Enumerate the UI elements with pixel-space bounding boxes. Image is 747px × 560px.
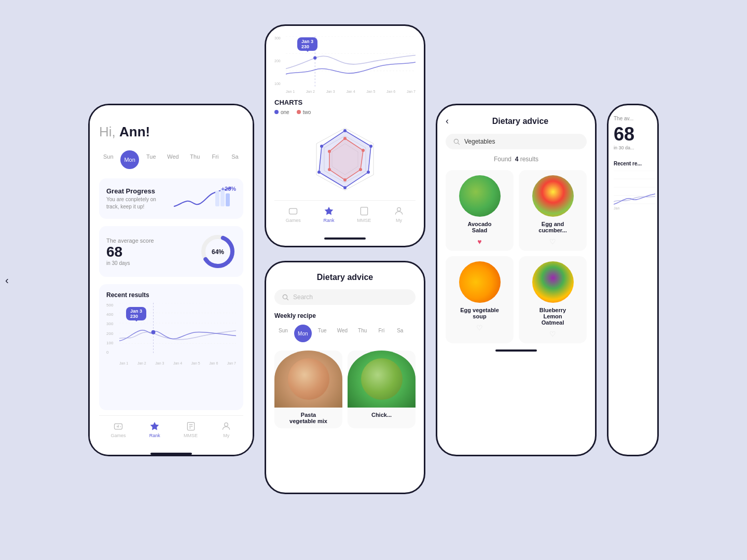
p2-tooltip: Jan 3230 (297, 37, 317, 51)
p2b-day-sun[interactable]: Sun (274, 325, 292, 342)
p2-chart-x: Jan 1Jan 2Jan 3Jan 4Jan 5Jan 6Jan 7 (286, 90, 416, 93)
svg-point-29 (343, 129, 347, 132)
svg-rect-42 (289, 208, 297, 214)
svg-line-48 (458, 143, 460, 145)
svg-point-36 (343, 137, 347, 140)
result-soup[interactable]: Egg vegetablesoup ♡ (446, 256, 514, 343)
day-tue[interactable]: Tue (142, 150, 160, 169)
back-button[interactable]: ‹ (446, 116, 449, 127)
day-thu[interactable]: Thu (186, 150, 204, 169)
p2-chart-y: 300 200 100 (274, 36, 286, 86)
p3-search-icon (453, 138, 460, 145)
home-indicator (150, 453, 192, 455)
avocado-img (459, 175, 501, 217)
svg-point-37 (362, 149, 365, 152)
my-icon (221, 421, 231, 431)
chart-tooltip: Jan 3 230 (126, 307, 146, 320)
svg-text:Jan: Jan (614, 206, 619, 210)
legend-dot-one (274, 110, 279, 114)
day-sun[interactable]: Sun (99, 150, 117, 169)
nav-my[interactable]: My (221, 421, 231, 438)
nav-rank-label: Rank (149, 433, 160, 438)
p2b-search-placeholder: Search (293, 293, 313, 301)
food-card-pasta[interactable]: Pastavegetable mix (274, 351, 342, 428)
p2b-days-row: Sun Mon Tue Wed Thu Fri Sa (274, 325, 416, 342)
weekly-label: Weekly recipe (274, 312, 416, 319)
svg-text:64%: 64% (212, 248, 224, 256)
p2b-day-wed[interactable]: Wed (333, 325, 352, 342)
games-icon (113, 421, 123, 431)
p2b-day-fri[interactable]: Fri (373, 325, 390, 342)
bottom-nav: Games Rank MMSE (99, 415, 243, 449)
recent-title: Recent results (106, 291, 236, 299)
soup-name: Egg vegetablesoup (460, 307, 499, 319)
avg-score: 68 (106, 244, 154, 260)
p3-title: Dietary advice (454, 117, 587, 126)
svg-point-31 (367, 171, 370, 174)
chicken-name: Chick... (348, 408, 416, 422)
legend-two: two (303, 109, 311, 115)
nav-mmse[interactable]: MMSE (184, 421, 198, 438)
p3-header: ‹ Dietary advice (446, 116, 587, 127)
result-egg-cucumber[interactable]: Egg andcucmber... ♡ (519, 170, 587, 251)
nav-games[interactable]: Games (111, 421, 126, 438)
p3-search[interactable]: Vegetables (446, 134, 587, 149)
svg-point-47 (454, 139, 458, 143)
svg-point-40 (328, 168, 331, 171)
result-avocado[interactable]: AvocadoSalad ♥ (446, 170, 514, 251)
phone-dietary-bottom: Dietary advice Search Weekly recipe Sun … (265, 261, 425, 494)
soup-img (459, 261, 501, 303)
phone-partial-right: The av... 68 in 30 da... Recent re... Ja… (607, 104, 659, 456)
food-results-grid: AvocadoSalad ♥ Egg andcucmber... ♡ Egg v… (446, 170, 587, 343)
food-card-chicken[interactable]: Chick... (348, 351, 416, 428)
p2b-day-thu[interactable]: Thu (354, 325, 371, 342)
svg-rect-0 (215, 191, 219, 206)
p2b-day-mon[interactable]: Mon (294, 325, 312, 342)
svg-point-32 (343, 186, 347, 189)
chart-legend: one two (274, 109, 416, 115)
p2b-search[interactable]: Search (274, 289, 416, 305)
avocado-name: AvocadoSalad (467, 221, 491, 233)
egg-cucumber-name: Egg andcucmber... (538, 221, 566, 233)
p2-my-icon (394, 206, 404, 216)
p2-nav-games[interactable]: Games (286, 206, 301, 223)
chicken-img (348, 351, 416, 408)
phone-dietary-results: ‹ Dietary advice Vegetables Found 4 resu… (436, 104, 597, 456)
p2b-day-sa[interactable]: Sa (392, 325, 408, 342)
day-mon[interactable]: Mon (120, 150, 139, 169)
recent-chart: 500 400 300 200 100 0 (106, 303, 236, 365)
result-blueberry[interactable]: BlueberryLemonOatmeal ♡ (519, 256, 587, 343)
chart-y-labels: 500 400 300 200 100 0 (106, 303, 119, 355)
avg-card: The average score 68 in 30 days 64% (99, 226, 243, 277)
p3-home-indicator (495, 349, 537, 352)
svg-point-34 (320, 145, 323, 148)
soup-heart[interactable]: ♡ (476, 324, 483, 332)
p4-big-num: 68 (614, 123, 652, 145)
phone-charts: 300 200 100 Jan (265, 24, 425, 247)
p2-nav-my[interactable]: My (394, 206, 404, 223)
avg-sub: in 30 days (106, 260, 154, 266)
egg-cucumber-heart[interactable]: ♡ (549, 237, 556, 246)
pasta-img (274, 351, 342, 408)
p2-nav-rank[interactable]: Rank (324, 206, 335, 223)
p2t-home-indicator (324, 237, 366, 240)
svg-line-46 (286, 298, 288, 300)
avocado-heart[interactable]: ♥ (477, 237, 481, 246)
svg-point-41 (328, 150, 331, 153)
p2-nav-mmse[interactable]: MMSE (357, 206, 371, 223)
svg-rect-2 (226, 193, 230, 206)
chart-x-labels: Jan 1 Jan 2 Jan 3 Jan 4 Jan 5 Jan 6 Jan … (119, 361, 236, 365)
rank-icon (149, 421, 160, 431)
blueberry-heart[interactable]: ♡ (549, 330, 556, 338)
phone-col-2: 300 200 100 Jan (265, 66, 425, 494)
day-sa[interactable]: Sa (227, 150, 243, 169)
donut-chart: 64% (200, 233, 236, 270)
day-fri[interactable]: Fri (207, 150, 224, 169)
p2b-day-tue[interactable]: Tue (314, 325, 331, 342)
svg-point-44 (397, 207, 401, 211)
nav-rank[interactable]: Rank (149, 421, 160, 438)
progress-desc: You are conpletely ontrack, keep it up! (106, 196, 156, 211)
day-wed[interactable]: Wed (163, 150, 183, 169)
svg-point-39 (343, 178, 347, 181)
p4-content: The av... 68 in 30 da... Recent re... Ja… (608, 105, 657, 223)
